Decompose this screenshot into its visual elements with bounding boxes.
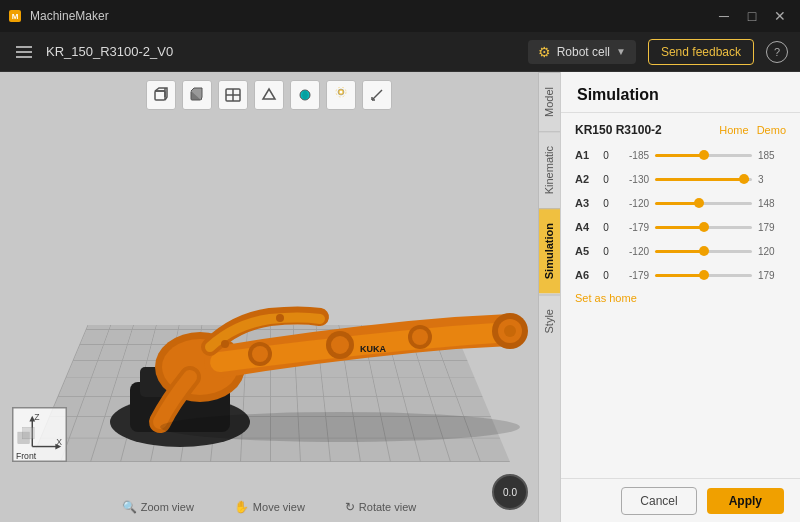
measure-button[interactable]	[362, 80, 392, 110]
svg-point-30	[504, 325, 516, 337]
tab-model[interactable]: Model	[539, 72, 560, 131]
axis-value-a3: 0	[597, 198, 615, 209]
axis-slider-a3[interactable]	[655, 202, 752, 205]
axis-row-a6: A6 0 -179 179	[575, 267, 786, 283]
axis-max-a5: 120	[758, 246, 786, 257]
axis-row-a3: A3 0 -120 148	[575, 195, 786, 211]
home-link[interactable]: Home	[719, 124, 748, 136]
zoom-icon: 🔍	[122, 500, 137, 514]
axis-slider-a4[interactable]	[655, 226, 752, 229]
svg-text:M: M	[12, 12, 19, 21]
cancel-button[interactable]: Cancel	[621, 487, 696, 515]
axis-slider-container-a1	[655, 147, 752, 163]
viewport[interactable]: KUKA	[0, 72, 538, 522]
svg-marker-9	[263, 89, 275, 99]
help-button[interactable]: ?	[766, 41, 788, 63]
svg-text:Z: Z	[34, 412, 40, 422]
axis-min-a6: -179	[621, 270, 649, 281]
svg-point-34	[160, 412, 520, 442]
axis-row-a5: A5 0 -120 120	[575, 243, 786, 259]
axis-slider-container-a6	[655, 267, 752, 283]
robot-model-name: KR150 R3100-2	[575, 123, 662, 137]
close-button[interactable]: ✕	[768, 4, 792, 28]
axis-min-a4: -179	[621, 222, 649, 233]
rotate-view-label[interactable]: ↻ Rotate view	[345, 500, 416, 514]
axis-slider-a2[interactable]	[655, 178, 752, 181]
axis-min-a3: -120	[621, 198, 649, 209]
rotate-icon: ↻	[345, 500, 355, 514]
axis-max-a2: 3	[758, 174, 786, 185]
axis-slider-container-a5	[655, 243, 752, 259]
svg-rect-2	[155, 91, 165, 100]
hamburger-menu[interactable]	[12, 42, 36, 62]
robot-cell-label: Robot cell	[557, 45, 610, 59]
axis-min-a5: -120	[621, 246, 649, 257]
axis-value-a6: 0	[597, 270, 615, 281]
axis-row-a4: A4 0 -179 179	[575, 219, 786, 235]
robot-model-row: KR150 R3100-2 Home Demo	[575, 123, 786, 137]
topbar-right: ⚙ Robot cell ▼ Send feedback ?	[528, 39, 788, 65]
zoom-view-label[interactable]: 🔍 Zoom view	[122, 500, 194, 514]
axis-label-a4: A4	[575, 221, 591, 233]
maximize-button[interactable]: □	[740, 4, 764, 28]
axis-value-a4: 0	[597, 222, 615, 233]
demo-link[interactable]: Demo	[757, 124, 786, 136]
ham-line	[16, 56, 32, 58]
svg-rect-44	[23, 427, 35, 439]
app-icon: M	[8, 9, 22, 23]
svg-point-33	[276, 314, 284, 322]
axis-max-a3: 148	[758, 198, 786, 209]
axis-value-a1: 0	[597, 150, 615, 161]
axis-value-a5: 0	[597, 246, 615, 257]
panel-view-button[interactable]	[218, 80, 248, 110]
axis-row-a2: A2 0 -130 3	[575, 171, 786, 187]
project-name: KR_150_R3100-2_V0	[46, 44, 173, 59]
axis-label-a2: A2	[575, 173, 591, 185]
box-wireframe-button[interactable]	[146, 80, 176, 110]
axes-container: A1 0 -185 185 A2 0 -130 3 A3 0 -120 148 …	[575, 147, 786, 283]
axis-label-a6: A6	[575, 269, 591, 281]
side-tabs: Model Kinematic Simulation Style	[538, 72, 560, 522]
set-as-home-link[interactable]: Set as home	[575, 292, 637, 304]
ham-line	[16, 46, 32, 48]
titlebar: M MachineMaker ─ □ ✕	[0, 0, 800, 32]
main-area: KUKA	[0, 72, 800, 522]
axis-min-a2: -130	[621, 174, 649, 185]
axis-label-a1: A1	[575, 149, 591, 161]
panel-header: Simulation	[561, 72, 800, 113]
shaded-view-button[interactable]	[290, 80, 320, 110]
robot-cell-selector[interactable]: ⚙ Robot cell ▼	[528, 40, 636, 64]
robot-model: KUKA	[60, 192, 538, 452]
apply-button[interactable]: Apply	[707, 488, 784, 514]
svg-point-27	[412, 329, 428, 345]
spotlight-button[interactable]	[326, 80, 356, 110]
axis-slider-a6[interactable]	[655, 274, 752, 277]
tab-simulation[interactable]: Simulation	[539, 208, 560, 293]
axis-slider-container-a3	[655, 195, 752, 211]
chevron-down-icon: ▼	[616, 46, 626, 57]
axis-slider-a5[interactable]	[655, 250, 752, 253]
right-panel: Simulation KR150 R3100-2 Home Demo A1 0 …	[560, 72, 800, 522]
view-labels: 🔍 Zoom view ✋ Move view ↻ Rotate view	[0, 500, 538, 514]
axis-label-a5: A5	[575, 245, 591, 257]
speed-indicator: 0.0	[492, 474, 528, 510]
tab-style[interactable]: Style	[539, 294, 560, 347]
axis-row-a1: A1 0 -185 185	[575, 147, 786, 163]
ham-line	[16, 51, 32, 53]
topbar: KR_150_R3100-2_V0 ⚙ Robot cell ▼ Send fe…	[0, 32, 800, 72]
axis-box: Z X Front	[12, 407, 67, 462]
move-view-label[interactable]: ✋ Move view	[234, 500, 305, 514]
polygon-view-button[interactable]	[254, 80, 284, 110]
svg-point-25	[331, 336, 349, 354]
axis-slider-a1[interactable]	[655, 154, 752, 157]
footer: Cancel Apply	[561, 478, 800, 522]
minimize-button[interactable]: ─	[712, 4, 736, 28]
solid-box-button[interactable]	[182, 80, 212, 110]
axis-max-a1: 185	[758, 150, 786, 161]
topbar-left: KR_150_R3100-2_V0	[12, 42, 173, 62]
tab-kinematic[interactable]: Kinematic	[539, 131, 560, 208]
robot-cell-icon: ⚙	[538, 44, 551, 60]
svg-line-14	[372, 90, 382, 100]
send-feedback-button[interactable]: Send feedback	[648, 39, 754, 65]
axis-slider-container-a4	[655, 219, 752, 235]
